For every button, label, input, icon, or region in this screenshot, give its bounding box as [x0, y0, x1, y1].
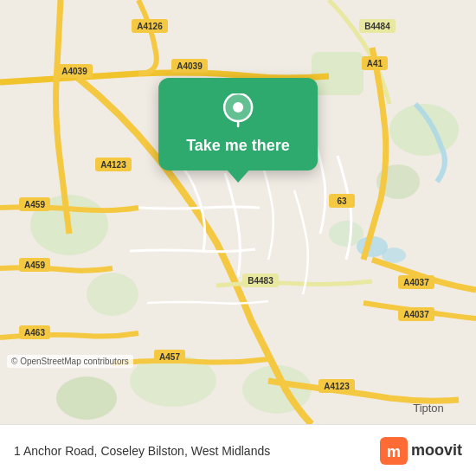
svg-text:A4037: A4037 [403, 310, 429, 319]
svg-text:m: m [387, 443, 401, 460]
moovit-text: moovit [411, 441, 462, 460]
location-pin-icon [221, 93, 255, 128]
address-text: 1 Anchor Road, Coseley Bilston, West Mid… [14, 444, 380, 458]
map-container: A4126 B4484 A4039 A4039 A41 A459 A459 A4… [0, 0, 476, 424]
svg-point-8 [56, 376, 117, 420]
svg-text:A4039: A4039 [177, 61, 203, 71]
svg-text:A463: A463 [24, 328, 45, 338]
svg-text:A4126: A4126 [137, 22, 163, 31]
svg-point-45 [233, 102, 243, 113]
svg-text:A457: A457 [159, 352, 180, 362]
moovit-logo: m moovit [380, 437, 462, 465]
svg-text:A459: A459 [24, 200, 45, 209]
svg-text:Tipton: Tipton [413, 402, 444, 415]
svg-point-11 [382, 248, 406, 263]
bottom-bar: 1 Anchor Road, Coseley Bilston, West Mid… [0, 424, 476, 476]
svg-text:63: 63 [337, 196, 347, 206]
moovit-icon: m [380, 437, 408, 465]
svg-point-2 [87, 273, 138, 316]
map-popup[interactable]: Take me there [158, 78, 318, 170]
osm-attribution: © OpenStreetMap contributors [7, 355, 133, 368]
svg-rect-6 [312, 52, 363, 95]
svg-text:B4483: B4483 [248, 276, 273, 286]
svg-text:A4123: A4123 [100, 160, 126, 170]
svg-text:A4123: A4123 [324, 382, 350, 391]
svg-text:A41: A41 [367, 59, 383, 68]
svg-text:A4037: A4037 [403, 278, 429, 287]
svg-text:B4484: B4484 [364, 22, 390, 31]
popup-label: Take me there [186, 137, 290, 155]
svg-text:A459: A459 [24, 261, 45, 270]
svg-text:A4039: A4039 [61, 67, 87, 76]
